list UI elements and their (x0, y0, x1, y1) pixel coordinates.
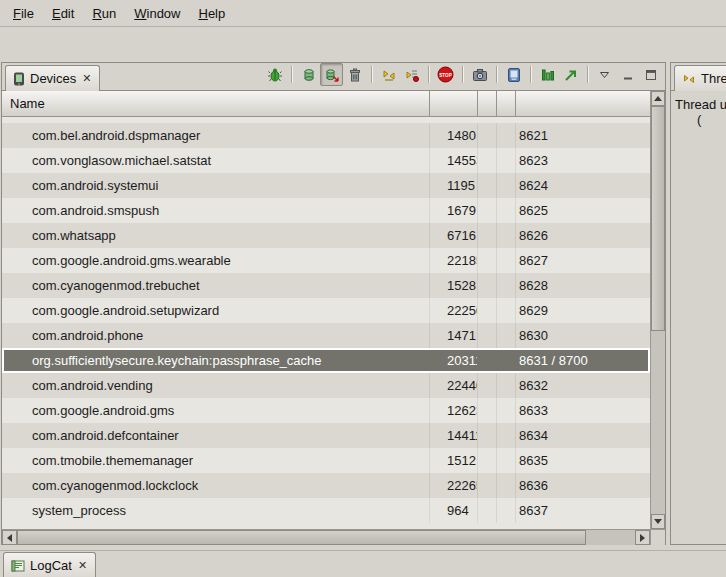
horizontal-scrollbar[interactable] (2, 529, 650, 545)
table-cell-empty (497, 398, 516, 423)
process-port: 8627 (516, 248, 650, 273)
column-header-blank[interactable] (497, 91, 516, 116)
method-profiling-icon[interactable] (400, 63, 423, 86)
process-port: 8632 (516, 373, 650, 398)
process-name: system_process (2, 498, 430, 523)
table-row[interactable]: com.bel.android.dspmanager 1480 8621 (2, 123, 650, 148)
opengl-trace-icon[interactable] (559, 63, 582, 86)
maximize-icon[interactable] (639, 63, 662, 86)
process-name: com.cyanogenmod.trebuchet (2, 273, 430, 298)
vertical-scroll-track[interactable] (651, 106, 665, 514)
menu-file[interactable]: File (4, 2, 43, 25)
scroll-right-icon[interactable] (635, 530, 650, 545)
systrace-icon[interactable] (536, 63, 559, 86)
process-port: 8634 (516, 423, 650, 448)
tab-devices[interactable]: Devices ✕ (5, 65, 100, 91)
view-menu-icon[interactable] (593, 63, 616, 86)
dump-hprof-icon[interactable] (320, 63, 343, 86)
process-rows: com.bel.android.dspmanager 1480 8621 com… (2, 123, 650, 523)
column-header-blank[interactable] (478, 91, 497, 116)
table-row[interactable]: com.whatsapp 6716 8626 (2, 223, 650, 248)
devices-toolbar: STOP (263, 61, 662, 90)
table-cell-empty (497, 348, 516, 373)
table-cell-empty (497, 423, 516, 448)
process-name: com.android.defcontainer (2, 423, 430, 448)
table-cell-empty (478, 298, 497, 323)
update-heap-icon[interactable] (297, 63, 320, 86)
process-pid: 1679 (430, 198, 478, 223)
process-pid: 964 (430, 498, 478, 523)
column-header-name[interactable]: Name (2, 91, 430, 116)
process-pid: 22265 (430, 473, 478, 498)
menu-run[interactable]: Run (83, 2, 125, 25)
tab-threads[interactable]: Threads (674, 65, 726, 91)
table-cell-empty (478, 448, 497, 473)
process-port: 8621 (516, 123, 650, 148)
vertical-scrollbar[interactable] (650, 91, 665, 529)
process-name: com.cyanogenmod.lockclock (2, 473, 430, 498)
table-row[interactable]: com.cyanogenmod.lockclock 22265 8636 (2, 473, 650, 498)
table-row[interactable]: com.cyanogenmod.trebuchet 1528 8628 (2, 273, 650, 298)
process-name: com.google.android.setupwizard (2, 298, 430, 323)
process-port: 8637 (516, 498, 650, 523)
process-pid: 1471 (430, 323, 478, 348)
column-header-pid[interactable] (430, 91, 478, 116)
column-header-port[interactable] (516, 91, 650, 116)
table-cell-empty (478, 273, 497, 298)
table-cell-empty (478, 323, 497, 348)
table-row[interactable]: org.sufficientlysecure.keychain:passphra… (2, 348, 650, 373)
table-row[interactable]: com.android.smspush 1679 8625 (2, 198, 650, 223)
table-row[interactable]: com.vonglasow.michael.satstat 14553 8623 (2, 148, 650, 173)
devices-panel-body: Name com.bel.android.dspmanager 1480 (2, 91, 665, 545)
process-port: 8633 (516, 398, 650, 423)
table-cell-empty (497, 448, 516, 473)
table-row[interactable]: com.tmobile.thememanager 1512 8635 (2, 448, 650, 473)
process-pid: 1512 (430, 448, 478, 473)
table-row[interactable]: com.android.systemui 1195 8624 (2, 173, 650, 198)
threads-icon (682, 72, 696, 86)
process-name: com.bel.android.dspmanager (2, 123, 430, 148)
screen-capture-icon[interactable] (468, 63, 491, 86)
table-header: Name (2, 91, 650, 117)
scroll-left-icon[interactable] (2, 530, 17, 545)
table-row[interactable]: com.google.android.gms 12623 8633 (2, 398, 650, 423)
hierarchy-view-icon[interactable] (502, 63, 525, 86)
table-row[interactable]: com.android.phone 1471 8630 (2, 323, 650, 348)
table-row[interactable]: system_process 964 8637 (2, 498, 650, 523)
process-name: com.android.phone (2, 323, 430, 348)
table-row[interactable]: com.android.vending 22440 8632 (2, 373, 650, 398)
tab-logcat[interactable]: LogCat ✕ (3, 552, 96, 577)
table-row[interactable]: com.android.defcontainer 14411 8634 (2, 423, 650, 448)
minimize-icon[interactable] (616, 63, 639, 86)
logcat-icon (11, 559, 25, 573)
process-port: 8626 (516, 223, 650, 248)
process-name: com.tmobile.thememanager (2, 448, 430, 473)
close-tab-icon[interactable]: ✕ (77, 560, 88, 571)
menu-help[interactable]: Help (189, 2, 234, 25)
table-cell-empty (478, 223, 497, 248)
stop-process-icon[interactable]: STOP (434, 63, 457, 86)
menu-edit[interactable]: Edit (43, 2, 83, 25)
menu-window[interactable]: Window (125, 2, 189, 25)
debug-icon[interactable] (263, 63, 286, 86)
vertical-scroll-thumb[interactable] (651, 106, 665, 331)
toolbar-separator (530, 66, 531, 83)
process-name: com.android.vending (2, 373, 430, 398)
process-port: 8628 (516, 273, 650, 298)
horizontal-scroll-thumb[interactable] (17, 530, 586, 545)
table-cell-empty (497, 473, 516, 498)
process-name: org.sufficientlysecure.keychain:passphra… (2, 348, 430, 373)
scroll-down-icon[interactable] (651, 514, 665, 529)
table-row[interactable]: com.google.android.gms.wearable 22185 86… (2, 248, 650, 273)
close-tab-icon[interactable]: ✕ (81, 73, 92, 84)
update-threads-icon[interactable] (377, 63, 400, 86)
scroll-up-icon[interactable] (651, 91, 665, 106)
devices-view: Devices ✕ (1, 62, 666, 545)
cause-gc-icon[interactable] (343, 63, 366, 86)
logcat-bar: LogCat ✕ (0, 550, 726, 577)
table-row[interactable]: com.google.android.setupwizard 22250 862… (2, 298, 650, 323)
horizontal-scroll-track[interactable] (17, 530, 635, 545)
table-cell-empty (497, 273, 516, 298)
process-pid: 14553 (430, 148, 478, 173)
process-port: 8635 (516, 448, 650, 473)
